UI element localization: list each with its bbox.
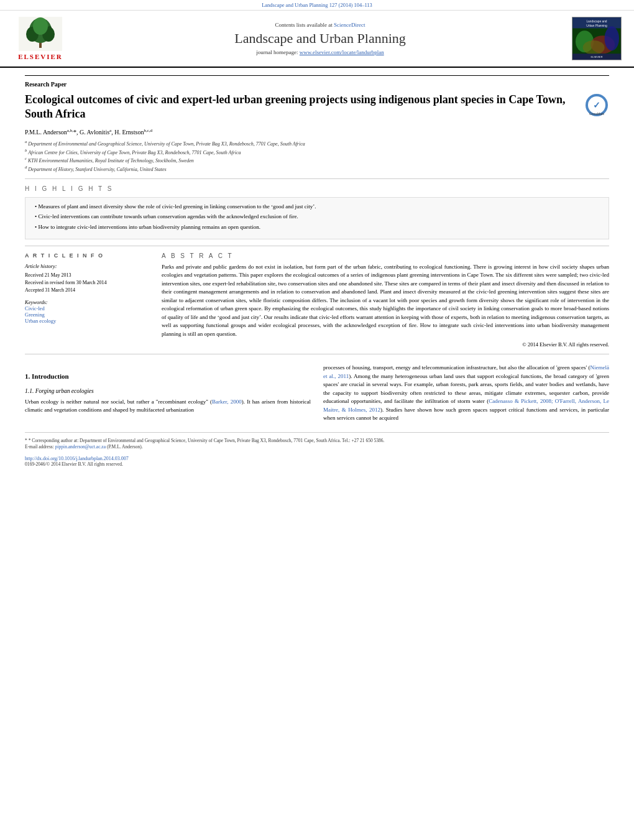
barker-2000-link[interactable]: Barker, 2000 xyxy=(212,399,242,405)
abstract-label: A B S T R A C T xyxy=(162,252,609,259)
niemela-2011-link[interactable]: Niemelä et al., 2011 xyxy=(323,364,609,379)
abstract-column: A B S T R A C T Parks and private and pu… xyxy=(162,252,609,348)
journal-title-center: Contents lists available at ScienceDirec… xyxy=(68,22,572,55)
svg-text:CrossMark: CrossMark xyxy=(589,112,605,116)
divider-3 xyxy=(25,354,609,354)
highlights-box: • Measures of plant and insect diversity… xyxy=(25,197,609,239)
elsevier-wordmark: ELSEVIER xyxy=(18,53,63,60)
keywords-label: Keywords: xyxy=(25,299,149,305)
highlight-2: • Civic-led interventions can contribute… xyxy=(35,213,599,221)
divider-1 xyxy=(25,178,609,179)
affiliation-d: d Department of History, Stanford Univer… xyxy=(25,165,609,172)
journal-cover-image: Landscape and Urban Planning ELSEVIER xyxy=(572,17,622,60)
keywords-section: Keywords: Civic-led Greening Urban ecolo… xyxy=(25,299,149,324)
author-email-link[interactable]: pippin.anderson@uct.ac.za xyxy=(55,444,106,450)
received-date: Received 21 May 2013 xyxy=(25,272,149,279)
journal-header: ELSEVIER Contents lists available at Sci… xyxy=(0,11,634,68)
info-abstract-section: A R T I C L E I N F O Article history: R… xyxy=(25,252,609,348)
journal-title: Landscape and Urban Planning xyxy=(68,30,572,47)
article-title-section: Ecological outcomes of civic and expert-… xyxy=(25,93,609,122)
svg-point-15 xyxy=(583,40,605,55)
footnote-email: E-mail address: pippin.anderson@uct.ac.z… xyxy=(25,444,609,451)
authors-line: P.M.L. Andersona,b,*, G. Avlonitisa, H. … xyxy=(25,128,609,136)
science-direct-label: Contents lists available at ScienceDirec… xyxy=(68,22,572,28)
homepage-link[interactable]: www.elsevier.com/locate/landurbplan xyxy=(300,49,384,55)
affiliations: a Department of Environmental and Geogra… xyxy=(25,139,609,172)
science-direct-link[interactable]: ScienceDirect xyxy=(334,22,365,28)
section-1-heading: 1. Introduction xyxy=(25,371,311,382)
keyword-3: Urban ecology xyxy=(25,318,149,324)
divider-2 xyxy=(25,246,609,246)
footnote-star: * * Corresponding author at: Department … xyxy=(25,438,609,445)
citation-line: Landscape and Urban Planning 127 (2014) … xyxy=(0,0,634,11)
footer-section: * * Corresponding author at: Department … xyxy=(25,432,609,467)
svg-point-5 xyxy=(33,17,48,35)
svg-text:Urban Planning: Urban Planning xyxy=(586,24,607,27)
elsevier-tree-icon xyxy=(19,17,62,51)
svg-point-6 xyxy=(29,27,33,31)
abstract-copyright: © 2014 Elsevier B.V. All rights reserved… xyxy=(162,341,609,348)
elsevier-logo: ELSEVIER xyxy=(12,17,68,60)
keyword-1: Civic-led xyxy=(25,305,149,312)
main-content: Research Paper Ecological outcomes of ci… xyxy=(0,68,634,474)
abstract-text: Parks and private and public gardens do … xyxy=(162,263,609,339)
crossmark-badge: ✓ CrossMark xyxy=(584,93,609,118)
highlight-1: • Measures of plant and insect diversity… xyxy=(35,203,599,211)
highlights-label: H I G H L I G H T S xyxy=(25,185,609,192)
body-text-left: Urban ecology is neither natural nor soc… xyxy=(25,398,311,415)
cadenasso-2008-link[interactable]: Cadenasso & Pickett, 2008; O'Farrell, An… xyxy=(323,398,609,413)
author-ernstson: H. Ernstsonb,c,d xyxy=(114,129,152,136)
homepage-label: journal homepage: www.elsevier.com/locat… xyxy=(68,49,572,55)
svg-text:ELSEVIER: ELSEVIER xyxy=(591,55,603,58)
svg-point-14 xyxy=(605,27,619,51)
article-info-column: A R T I C L E I N F O Article history: R… xyxy=(25,252,149,348)
article-type-label: Research Paper xyxy=(25,75,609,88)
svg-point-7 xyxy=(48,26,52,30)
accepted-date: Accepted 31 March 2014 xyxy=(25,287,149,294)
body-text-right: processes of housing, transport, energy … xyxy=(323,364,609,423)
article-history-label: Article history: xyxy=(25,262,149,270)
doi-link[interactable]: http://dx.doi.org/10.1016/j.landurbplan.… xyxy=(25,456,129,461)
author-avlonitis: G. Avlonitisa xyxy=(80,129,111,136)
revised-date: Received in revised form 30 March 2014 xyxy=(25,279,149,287)
subsection-1-1-heading: 1.1. Forging urban ecologies xyxy=(25,387,311,395)
affiliation-c: c KTH Environmental Humanities, Royal In… xyxy=(25,156,609,164)
body-text-section: 1. Introduction 1.1. Forging urban ecolo… xyxy=(25,364,609,423)
svg-text:Landscape and: Landscape and xyxy=(586,20,607,23)
cover-illustration-icon: Landscape and Urban Planning ELSEVIER xyxy=(572,17,622,60)
affiliation-b: b African Centre for Cities, University … xyxy=(25,148,609,155)
article-info-label: A R T I C L E I N F O xyxy=(25,252,149,259)
svg-text:✓: ✓ xyxy=(593,100,600,110)
author-anderson: P.M.L. Andersona,b,* xyxy=(25,129,76,136)
body-right-col: processes of housing, transport, energy … xyxy=(323,364,609,423)
keyword-2: Greening xyxy=(25,312,149,318)
article-title: Ecological outcomes of civic and expert-… xyxy=(25,93,575,122)
footer-copyright: 0169-2046/© 2014 Elsevier B.V. All right… xyxy=(25,461,609,467)
body-left-col: 1. Introduction 1.1. Forging urban ecolo… xyxy=(25,364,311,423)
highlight-3: • How to integrate civic-led interventio… xyxy=(35,223,599,231)
footer-links: http://dx.doi.org/10.1016/j.landurbplan.… xyxy=(25,456,609,461)
affiliation-a: a Department of Environmental and Geogra… xyxy=(25,139,609,147)
page: Landscape and Urban Planning 127 (2014) … xyxy=(0,0,634,840)
citation-text: Landscape and Urban Planning 127 (2014) … xyxy=(262,2,372,8)
crossmark-icon: ✓ CrossMark xyxy=(584,93,609,118)
article-info-content: Article history: Received 21 May 2013 Re… xyxy=(25,262,149,295)
